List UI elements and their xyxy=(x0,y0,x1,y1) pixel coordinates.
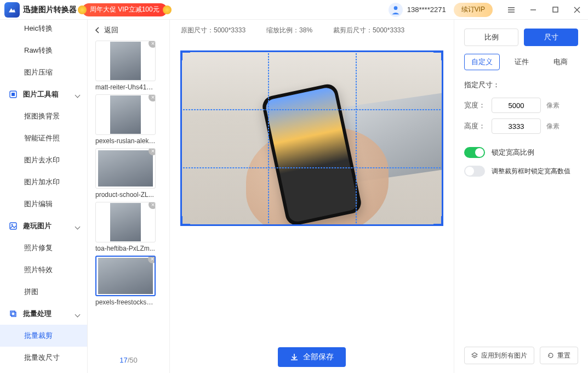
sidebar-section-batch[interactable]: 批量处理 xyxy=(0,303,87,325)
fun-icon xyxy=(9,222,18,230)
sidebar-item[interactable]: 批量旋转 xyxy=(0,369,87,373)
sidebar-item[interactable]: Heic转换 xyxy=(0,20,87,39)
chevron-down-icon xyxy=(76,91,79,99)
thumbnail-remove-icon[interactable]: × xyxy=(149,148,156,155)
subtab-id[interactable]: 证件 xyxy=(504,54,539,70)
sidebar-item[interactable]: 图片编辑 xyxy=(0,193,87,215)
subtab-custom[interactable]: 自定义 xyxy=(464,54,500,70)
minimize-icon[interactable] xyxy=(522,0,544,20)
chevron-down-icon xyxy=(76,222,79,230)
reset-label: 重置 xyxy=(557,351,570,360)
sidebar-item[interactable]: 图片加水印 xyxy=(0,171,87,193)
save-all-label: 全部保存 xyxy=(303,352,334,362)
sidebar-item[interactable]: 抠图换背景 xyxy=(0,105,87,127)
zoom-ratio: 缩放比例：38% xyxy=(266,26,312,35)
crop-canvas[interactable] xyxy=(180,50,443,226)
thumbnail-remove-icon[interactable]: × xyxy=(149,202,156,209)
renew-vip-button[interactable]: 续订VIP xyxy=(454,3,493,17)
reset-button[interactable]: 重置 xyxy=(540,347,578,364)
back-label: 返回 xyxy=(104,25,118,35)
svg-rect-2 xyxy=(553,7,558,12)
right-panel: 比例 尺寸 自定义 证件 电商 指定尺寸： 宽度： 像素 高度： 像素 锁定宽高… xyxy=(454,20,588,373)
lock-crop-label: 调整裁剪框时锁定宽高数值 xyxy=(492,167,570,176)
thumbnail-caption: pexels-ruslan-aleks... xyxy=(95,137,156,145)
titlebar: 迅捷图片转换器 周年大促 VIP立减100元 138****2271 续订VIP xyxy=(0,0,588,20)
crop-handle-br[interactable] xyxy=(433,216,443,226)
tab-ratio[interactable]: 比例 xyxy=(464,29,518,46)
thumbnail-caption: matt-reiter-Uhs410... xyxy=(95,83,156,91)
user-phone: 138****2271 xyxy=(407,5,446,14)
counter-total: /50 xyxy=(128,356,138,364)
subtab-ecom[interactable]: 电商 xyxy=(544,54,578,70)
crop-handle-tr[interactable] xyxy=(433,50,443,60)
meta-row: 原图尺寸：5000*3333 缩放比例：38% 裁剪后尺寸：5000*3333 xyxy=(170,20,454,41)
thumbnail-counter: 17/50 xyxy=(88,351,169,373)
apply-all-label: 应用到所有图片 xyxy=(481,351,527,360)
thumbnail-caption: product-school-ZL... xyxy=(95,191,156,199)
original-size: 原图尺寸：5000*3333 xyxy=(181,26,246,35)
spec-size-title: 指定尺寸： xyxy=(464,80,578,90)
lock-ratio-toggle[interactable] xyxy=(464,147,485,158)
lock-crop-toggle[interactable] xyxy=(464,166,485,177)
sidebar-item[interactable]: 照片特效 xyxy=(0,259,87,281)
thumbnail-caption: toa-heftiba-PxLZm... xyxy=(95,245,156,252)
toolbox-icon xyxy=(9,90,18,99)
svg-point-6 xyxy=(12,224,13,226)
height-input[interactable] xyxy=(492,118,541,134)
svg-rect-7 xyxy=(10,311,15,315)
thumbnail-item[interactable]: ×toa-heftiba-PxLZm... xyxy=(95,202,162,252)
close-icon[interactable] xyxy=(566,0,588,20)
sidebar-item[interactable]: 照片修复 xyxy=(0,237,87,259)
promo-banner[interactable]: 周年大促 VIP立减100元 xyxy=(82,3,167,16)
crop-handle-tl[interactable] xyxy=(180,50,190,60)
chevron-down-icon xyxy=(76,310,79,318)
batch-icon xyxy=(9,309,18,318)
sidebar-item[interactable]: Raw转换 xyxy=(0,39,87,61)
svg-rect-4 xyxy=(12,93,15,96)
cropped-size: 裁剪后尺寸：5000*3333 xyxy=(333,26,404,35)
svg-point-0 xyxy=(393,6,397,10)
sidebar-item[interactable]: 拼图 xyxy=(0,281,87,303)
width-input[interactable] xyxy=(492,98,541,113)
sidebar-item-batch-crop[interactable]: 批量裁剪 xyxy=(0,325,87,347)
crop-handle-bl[interactable] xyxy=(180,216,190,226)
sidebar: Heic转换 Raw转换 图片压缩 图片工具箱 抠图换背景 智能证件照 图片去水… xyxy=(0,20,88,373)
thumbnail-item[interactable]: ×pexels-ruslan-aleks... xyxy=(95,94,162,145)
height-unit: 像素 xyxy=(546,122,560,131)
menu-icon[interactable] xyxy=(500,0,522,20)
height-label: 高度： xyxy=(464,121,486,131)
svg-rect-8 xyxy=(12,312,16,317)
apply-all-button[interactable]: 应用到所有图片 xyxy=(464,347,534,364)
thumbnail-column: 返回 ×matt-reiter-Uhs410...×pexels-ruslan-… xyxy=(88,20,170,373)
lock-ratio-label: 锁定宽高比例 xyxy=(492,148,534,157)
avatar[interactable] xyxy=(389,3,403,17)
thumbnail-remove-icon[interactable]: × xyxy=(149,94,156,101)
thumbnail-remove-icon[interactable]: × xyxy=(148,256,156,263)
app-title: 迅捷图片转换器 xyxy=(23,5,77,15)
sidebar-section-fun[interactable]: 趣玩图片 xyxy=(0,215,87,237)
counter-current: 17 xyxy=(119,356,127,364)
thumbnail-remove-icon[interactable]: × xyxy=(149,41,156,48)
sidebar-item[interactable]: 智能证件照 xyxy=(0,127,87,149)
sidebar-item[interactable]: 图片压缩 xyxy=(0,61,87,83)
width-unit: 像素 xyxy=(546,101,560,110)
sidebar-section-label: 图片工具箱 xyxy=(23,89,59,99)
width-label: 宽度： xyxy=(464,100,486,110)
crop-frame[interactable] xyxy=(180,50,443,226)
sidebar-item[interactable]: 图片去水印 xyxy=(0,149,87,171)
sidebar-section-label: 趣玩图片 xyxy=(23,221,52,231)
app-logo xyxy=(4,2,20,18)
tab-size[interactable]: 尺寸 xyxy=(524,29,578,46)
sidebar-section-label: 批量处理 xyxy=(23,309,52,319)
save-all-button[interactable]: 全部保存 xyxy=(278,347,346,367)
center-area: 原图尺寸：5000*3333 缩放比例：38% 裁剪后尺寸：5000*3333 xyxy=(170,20,454,373)
back-button[interactable]: 返回 xyxy=(88,20,169,41)
thumbnail-item[interactable]: ×matt-reiter-Uhs410... xyxy=(95,41,162,91)
sidebar-item[interactable]: 批量改尺寸 xyxy=(0,347,87,369)
sidebar-section-toolbox[interactable]: 图片工具箱 xyxy=(0,83,87,105)
maximize-icon[interactable] xyxy=(544,0,566,20)
thumbnail-item[interactable]: ×pexels-freestocksor... xyxy=(95,256,162,306)
thumbnail-caption: pexels-freestocksor... xyxy=(95,298,156,306)
thumbnail-item[interactable]: ×product-school-ZL... xyxy=(95,148,162,199)
